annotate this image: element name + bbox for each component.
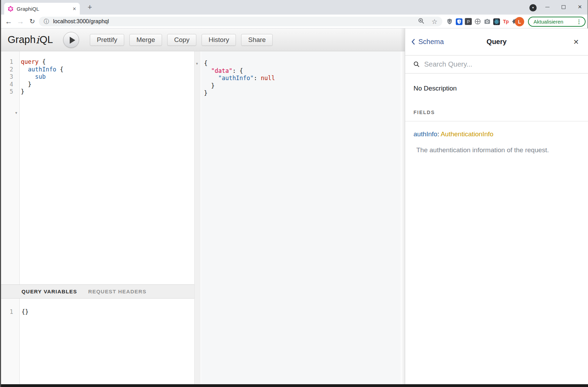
logo-text-pre: Graph	[8, 34, 36, 45]
browser-menu-kebab-icon[interactable]: ⋮	[576, 18, 582, 25]
variables-line-number: 1	[0, 308, 13, 316]
query-line-numbers: 12345	[0, 58, 13, 96]
extensions-row: P Tp	[445, 16, 519, 27]
field-description: The authentication information of the re…	[414, 146, 580, 154]
tampermonkey-extension-icon[interactable]: Tp	[502, 17, 510, 26]
field-row: authInfo: AuthenticationInfo	[414, 130, 580, 138]
zoom-page-icon[interactable]	[418, 18, 425, 26]
docs-panel-shadow	[401, 28, 405, 384]
type-description: No Description	[414, 85, 580, 92]
merge-button[interactable]: Merge	[129, 34, 162, 46]
graphql-favicon-icon	[8, 6, 14, 12]
forward-button[interactable]: →	[15, 15, 26, 28]
field-type-link[interactable]: AuthenticationInfo	[441, 130, 493, 138]
screenshot-camera-extension-icon[interactable]	[483, 17, 491, 26]
variables-editor[interactable]: 1 {}	[0, 299, 194, 384]
reload-button[interactable]: ↻	[26, 15, 38, 28]
docs-search-row	[405, 55, 588, 74]
field-separator: :	[437, 130, 439, 138]
history-button[interactable]: History	[202, 34, 236, 46]
window-controls: ✕	[539, 0, 588, 14]
toolbar-buttons: Prettify Merge Copy History Share	[90, 34, 273, 46]
tab-query-variables[interactable]: QUERY VARIABLES	[22, 289, 77, 294]
search-icon	[414, 61, 420, 68]
close-icon: ✕	[578, 4, 582, 10]
logo-text-i: i	[36, 34, 39, 46]
pane-divider[interactable]	[194, 51, 201, 384]
graphiql-topbar: GraphiQL Prettify Merge Copy History Sha…	[0, 28, 405, 51]
tab-strip: GraphiQL ✕ + ▼ ✕	[0, 0, 588, 15]
update-browser-button[interactable]: Aktualisieren ⋮	[528, 17, 586, 27]
url-text[interactable]: localhost:3000/graphql	[53, 18, 418, 25]
maximize-icon	[562, 5, 565, 9]
docs-body: No Description FIELDS authInfo: Authenti…	[405, 74, 588, 154]
execute-query-button[interactable]	[63, 32, 79, 48]
copy-button[interactable]: Copy	[167, 34, 196, 46]
query-editor-gutter: 12345	[0, 51, 20, 284]
prettify-button[interactable]: Prettify	[90, 34, 124, 46]
taskbar-edge	[0, 384, 588, 387]
docs-header: Schema Query ✕	[405, 28, 588, 55]
share-button[interactable]: Share	[241, 34, 273, 46]
browser-toolbar: ← → ↻ ⓘ localhost:3000/graphql ☆	[0, 15, 588, 28]
docs-search-input[interactable]	[424, 60, 580, 68]
logo-text-post: QL	[40, 34, 53, 45]
variables-title-bar: QUERY VARIABLES REQUEST HEADERS	[0, 284, 194, 299]
fold-arrow-icon[interactable]: ▾	[196, 61, 198, 66]
response-viewer: { "data": { "authInfo": null }}	[201, 51, 401, 384]
fields-heading: FIELDS	[405, 110, 588, 121]
window-left-edge	[0, 0, 1, 387]
update-button-label: Aktualisieren	[534, 19, 576, 25]
tab-request-headers[interactable]: REQUEST HEADERS	[88, 289, 146, 294]
field-name-link[interactable]: authInfo	[414, 130, 437, 138]
tampermonkey-label: Tp	[503, 19, 509, 24]
variables-code[interactable]: {}	[22, 308, 28, 316]
back-button[interactable]: ←	[3, 15, 15, 28]
play-icon	[70, 37, 75, 44]
query-editor[interactable]: 12345 ▾ query { authInfo { sub }}	[0, 51, 194, 284]
bitwarden-extension-icon[interactable]	[455, 17, 463, 26]
omnibox-actions: ☆	[418, 18, 437, 26]
documentation-explorer: Schema Query ✕ No Description FIELDS aut…	[405, 28, 588, 384]
minimize-icon	[545, 7, 549, 7]
p-extension-icon[interactable]: P	[464, 17, 472, 26]
docs-title: Query	[405, 38, 588, 46]
minimize-button[interactable]	[539, 0, 555, 14]
bookmark-star-icon[interactable]: ☆	[432, 18, 437, 26]
p-extension-label: P	[465, 18, 472, 25]
ublock-extension-icon[interactable]	[445, 17, 454, 26]
browser-tab[interactable]: GraphiQL ✕	[4, 3, 80, 15]
tab-title: GraphiQL	[17, 6, 73, 12]
graphiql-logo: GraphiQL	[8, 28, 53, 51]
new-tab-button[interactable]: +	[85, 2, 95, 12]
page-info-icon[interactable]: ⓘ	[44, 18, 49, 25]
maximize-button[interactable]	[555, 0, 572, 14]
chevron-down-badge-icon[interactable]: ▼	[529, 4, 537, 11]
response-code: { "data": { "authInfo": null }}	[204, 60, 275, 97]
close-window-button[interactable]: ✕	[572, 0, 588, 14]
browser-window: GraphiQL ✕ + ▼ ✕ ← → ↻ ⓘ localhost:3000/…	[0, 0, 588, 387]
profile-avatar[interactable]: L	[515, 17, 524, 26]
tab-close-icon[interactable]: ✕	[73, 6, 76, 11]
address-bar[interactable]: ⓘ localhost:3000/graphql ☆	[39, 17, 442, 26]
query-code[interactable]: query { authInfo { sub }}	[21, 58, 63, 96]
fold-arrow-icon[interactable]: ▾	[15, 111, 17, 115]
docs-close-icon[interactable]: ✕	[573, 38, 579, 46]
move-tool-extension-icon[interactable]	[474, 17, 482, 26]
variables-editor-gutter: 1	[0, 299, 20, 384]
react-devtools-extension-icon[interactable]	[492, 17, 501, 26]
